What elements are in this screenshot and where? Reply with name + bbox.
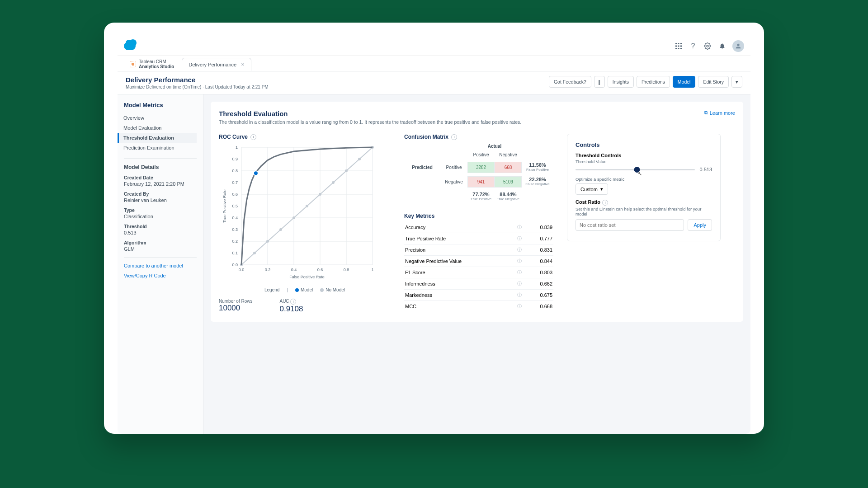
pred-neg-label: Negative [440,177,467,187]
detail-value-0: February 12, 2021 2:20 PM [124,181,197,187]
svg-text:True Positive Rate: True Positive Rate [222,189,227,223]
info-icon[interactable]: ⓘ [517,235,522,242]
svg-text:1: 1 [371,267,373,272]
svg-text:0.9: 0.9 [232,157,238,161]
cursor-icon: ↖ [638,171,642,177]
content-desc: The threshold in a classification model … [219,119,521,125]
workspace-tabs: Tableau CRM Analytics Studio Delivery Pe… [118,56,750,71]
insights-button[interactable]: Insights [608,76,634,88]
app-launcher-icon[interactable] [675,42,683,50]
nav-prediction-examination[interactable]: Prediction Examination [118,143,197,153]
metric-row: Precisionⓘ0.831 [404,244,553,256]
help-icon[interactable]: ? [689,42,697,50]
metric-row: F1 Scoreⓘ0.803 [404,267,553,278]
close-tab-icon[interactable]: × [241,61,245,68]
roc-legend: Legend | Model No Model [219,287,391,292]
svg-text:0.8: 0.8 [232,169,238,173]
svg-point-33 [358,158,361,160]
auc-value: 0.9108 [279,305,303,314]
app-screen: ? Tableau CRM Analytics Studio Delivery … [118,36,750,434]
info-icon[interactable]: ⓘ [517,258,522,264]
more-dropdown-button[interactable]: ▾ [731,76,742,88]
body: Model Metrics Overview Model Evaluation … [118,94,750,434]
svg-text:0.4: 0.4 [232,216,238,220]
apply-button[interactable]: Apply [688,219,712,231]
tableau-crm-icon [130,61,136,67]
compare-model-link[interactable]: Compare to another model [124,263,197,268]
svg-point-29 [306,205,308,207]
detail-value-1: Reinier van Leuken [124,197,197,203]
svg-text:0.0: 0.0 [232,263,238,267]
info-icon[interactable]: ⓘ [517,281,522,287]
learn-more-link[interactable]: ⧉Learn more [704,110,735,116]
settings-icon[interactable] [703,42,712,50]
content-title: Threshold Evaluation [219,110,521,117]
view-r-code-link[interactable]: View/Copy R Code [124,273,197,278]
confusion-panel: Confusion Matrix i Actual Positi [404,134,553,312]
svg-text:0.8: 0.8 [344,267,349,272]
info-icon[interactable]: i [602,200,608,206]
nav-threshold-evaluation[interactable]: Threshold Evaluation [118,133,197,143]
cost-ratio-input[interactable] [576,219,684,231]
svg-rect-2 [680,43,682,44]
model-details-header: Model Details [124,164,197,170]
controls-panel: Controls Threshold Controls Threshold Va… [567,134,721,241]
threshold-controls-label: Threshold Controls [576,153,712,158]
roc-title: ROC Curve [219,134,248,140]
feedback-button[interactable]: Got Feedback? [549,76,591,88]
fn-cell: 941 [467,176,495,188]
svg-text:False Positive Rate: False Positive Rate [289,275,325,279]
svg-rect-6 [675,48,677,49]
rows-value: 10000 [219,304,252,313]
laptop-frame: ? Tableau CRM Analytics Studio Delivery … [104,23,764,434]
info-icon[interactable]: ⓘ [517,292,522,298]
info-icon[interactable]: ⓘ [517,247,522,253]
info-icon[interactable]: ⓘ [517,303,522,310]
svg-text:1: 1 [236,145,238,150]
edit-story-button[interactable]: Edit Story [698,76,729,88]
info-icon[interactable]: ⓘ [517,269,522,276]
svg-point-30 [319,193,321,196]
detail-label-3: Threshold [124,224,197,229]
info-icon[interactable]: i [290,299,296,305]
svg-point-35 [254,171,258,175]
cost-ratio-label: Cost Ratio [576,199,600,205]
threshold-slider[interactable]: ↖ [576,169,695,170]
sidebar-divider [124,158,197,159]
notifications-icon[interactable] [718,42,726,50]
panels-grid: ROC Curve i 0.00.20.40.60.81 0.00.10.20.… [219,134,735,314]
chevron-down-icon: ▾ [600,186,603,192]
brand-logo [124,42,136,50]
actual-neg-label: Negative [495,150,522,160]
predictions-button[interactable]: Predictions [637,76,670,88]
svg-text:0.5: 0.5 [232,204,238,208]
info-icon[interactable]: i [451,134,457,140]
legend-dot-model [295,288,299,292]
optimize-label: Optimize a specific metric [576,177,712,182]
svg-rect-5 [680,45,682,47]
home-tab[interactable]: Tableau CRM Analytics Studio [122,57,182,71]
detail-value-3: 0.513 [124,230,197,235]
page-header: Delivery Performance Maximize Delivered … [118,71,750,94]
roc-stats: Number of Rows 10000 AUC i 0.9108 [219,299,391,314]
rows-label: Number of Rows [219,299,252,304]
nav-overview[interactable]: Overview [118,113,197,123]
auc-label: AUC [279,299,289,304]
active-tab[interactable]: Delivery Performance × [182,58,251,71]
nav-model-evaluation[interactable]: Model Evaluation [118,123,197,133]
info-icon[interactable]: i [250,134,256,140]
sidebar: Model Metrics Overview Model Evaluation … [118,94,203,434]
user-avatar[interactable] [732,40,744,52]
model-button[interactable]: Model [673,76,696,88]
optimize-select[interactable]: Custom ▾ [576,183,608,195]
tn-cell: 5109 [495,176,522,188]
pause-button[interactable]: ‖ [594,76,605,88]
controls-header: Controls [576,141,712,148]
svg-text:0.6: 0.6 [232,192,238,197]
content-card: Threshold Evaluation The threshold in a … [211,102,743,322]
info-icon[interactable]: ⓘ [517,224,522,230]
home-tab-line2: Analytics Studio [139,64,174,69]
key-metrics-title: Key Metrics [404,213,553,219]
svg-rect-1 [678,43,679,44]
roc-chart: 0.00.20.40.60.81 0.00.10.20.30.40.50.60.… [219,143,382,283]
